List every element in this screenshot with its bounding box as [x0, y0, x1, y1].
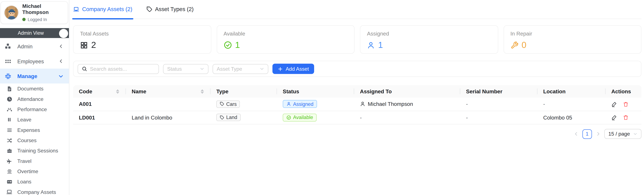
- chevron-down-icon: [633, 132, 638, 136]
- sidebar-item-label: Employees: [17, 58, 44, 64]
- edit-icon[interactable]: [611, 115, 617, 120]
- sidebar-item-overtime[interactable]: Overtime: [0, 166, 69, 176]
- compress-icon: [4, 72, 12, 80]
- cell-actions: [606, 115, 641, 120]
- column-header-serial-number: Serial Number: [460, 85, 538, 98]
- column-label: Name: [132, 88, 146, 94]
- avatar: [4, 5, 18, 20]
- chevron-left-icon: [58, 59, 64, 64]
- type-tag: Cars: [216, 100, 240, 108]
- column-label: Serial Number: [466, 88, 502, 94]
- tab-company-assets[interactable]: Company Assets (2): [73, 0, 132, 19]
- pagination: 1 15 / page: [73, 129, 642, 139]
- sidebar: Michael Thompson Logged In Admin View: [0, 0, 69, 195]
- column-label: Status: [283, 88, 299, 94]
- grid-icon: [80, 41, 88, 49]
- add-asset-button[interactable]: Add Asset: [272, 64, 314, 74]
- tag-icon: [220, 115, 224, 120]
- column-label: Actions: [611, 88, 631, 94]
- stat-card-assigned: Assigned 1: [360, 25, 498, 54]
- cell-type: Land: [210, 114, 277, 121]
- bezier-icon: [6, 106, 12, 112]
- grid-dots-icon: [4, 58, 12, 65]
- prev-page-icon[interactable]: [574, 131, 579, 136]
- sidebar-item-company-assets[interactable]: Company Assets: [0, 187, 69, 195]
- credit-card-icon: [6, 178, 12, 185]
- stat-label: Assigned: [367, 31, 491, 37]
- next-page-icon[interactable]: [596, 131, 600, 136]
- shuffle-icon: [6, 137, 12, 143]
- column-header-code[interactable]: Code: [73, 85, 126, 98]
- sidebar-item-training-sessions[interactable]: Training Sessions: [0, 145, 69, 156]
- check-circle-icon: [286, 115, 291, 120]
- type-label: Land: [226, 115, 237, 120]
- sidebar-item-admin[interactable]: Admin: [0, 39, 69, 54]
- sidebar-item-label: Training Sessions: [17, 148, 58, 153]
- user-status-label: Logged In: [28, 17, 47, 22]
- sidebar-item-attendance[interactable]: Attendance: [0, 94, 69, 104]
- sidebar-item-loans[interactable]: Loans: [0, 176, 69, 187]
- chevron-down-icon: [58, 73, 64, 79]
- cell-actions: [606, 101, 641, 107]
- sidebar-item-label: Courses: [17, 137, 36, 143]
- sidebar-item-travel[interactable]: Travel: [0, 156, 69, 166]
- cell-serial: -: [460, 101, 538, 107]
- add-asset-label: Add Asset: [286, 66, 309, 72]
- sidebar-item-leave[interactable]: Leave: [0, 115, 69, 125]
- status-badge: Assigned: [283, 100, 317, 108]
- sidebar-item-performance[interactable]: Performance: [0, 104, 69, 114]
- delete-icon[interactable]: [623, 101, 628, 107]
- column-header-actions: Actions: [606, 85, 641, 98]
- page-size-label: 15 / page: [608, 131, 630, 137]
- user-icon: [360, 101, 365, 107]
- sidebar-nav: Admin Employees: [0, 39, 69, 195]
- stat-label: Total Assets: [80, 31, 204, 37]
- cell-code: LD001: [73, 114, 126, 121]
- sorter-icon[interactable]: [116, 89, 119, 93]
- assets-table: Code Name Type Status Assigned To S: [73, 85, 642, 124]
- column-header-name[interactable]: Name: [126, 85, 210, 98]
- page-number-button[interactable]: 1: [582, 129, 592, 139]
- cell-code: A001: [73, 101, 126, 107]
- sidebar-item-courses[interactable]: Courses: [0, 135, 69, 145]
- tab-label: Asset Types (2): [155, 6, 194, 13]
- edit-icon[interactable]: [611, 101, 617, 107]
- status-label: Available: [293, 115, 313, 120]
- table-row[interactable]: A001 Cars: [73, 98, 642, 111]
- cell-location: Colombo 05: [538, 114, 606, 121]
- user-icon: [367, 41, 375, 49]
- asset-type-select[interactable]: Asset Type: [212, 64, 268, 74]
- status-select-placeholder: Status: [167, 66, 182, 72]
- file-icon: [6, 86, 12, 92]
- filter-bar: Status Asset Type Add Asset: [73, 61, 642, 77]
- menu-lines-icon: [6, 127, 12, 133]
- table-row[interactable]: LD001 Land in Colombo Land: [73, 111, 642, 124]
- sidebar-item-expenses[interactable]: Expenses: [0, 125, 69, 135]
- sorter-icon[interactable]: [200, 89, 204, 93]
- status-select[interactable]: Status: [163, 64, 208, 74]
- tab-asset-types[interactable]: Asset Types (2): [146, 0, 194, 19]
- user-name: Michael Thompson: [22, 3, 64, 16]
- chevron-left-icon: [58, 44, 64, 49]
- chevron-down-icon: [260, 67, 264, 71]
- search-input[interactable]: [90, 66, 155, 72]
- delete-icon[interactable]: [623, 115, 628, 120]
- sidebar-item-employees[interactable]: Employees: [0, 54, 69, 69]
- sidebar-item-label: Loans: [17, 179, 32, 184]
- assigned-to-name: Michael Thompson: [368, 101, 413, 107]
- wrench-icon: [510, 41, 518, 49]
- boxes-icon: [4, 43, 12, 50]
- sidebar-item-label: Attendance: [17, 96, 44, 102]
- app-page: Michael Thompson Logged In Admin View: [0, 0, 644, 195]
- column-label: Code: [79, 88, 92, 94]
- stat-value: 1: [235, 40, 240, 50]
- page-size-select[interactable]: 15 / page: [604, 129, 642, 139]
- sidebar-item-documents[interactable]: Documents: [0, 84, 69, 94]
- cell-assigned-to: Michael Thompson: [354, 101, 460, 107]
- toggle-knob[interactable]: [59, 29, 68, 38]
- sidebar-item-manage[interactable]: Manage: [0, 69, 69, 84]
- admin-view-label: Admin View: [18, 30, 44, 36]
- stat-value: 2: [91, 40, 96, 50]
- admin-view-toggle[interactable]: Admin View: [0, 28, 69, 38]
- stat-label: Available: [224, 31, 348, 37]
